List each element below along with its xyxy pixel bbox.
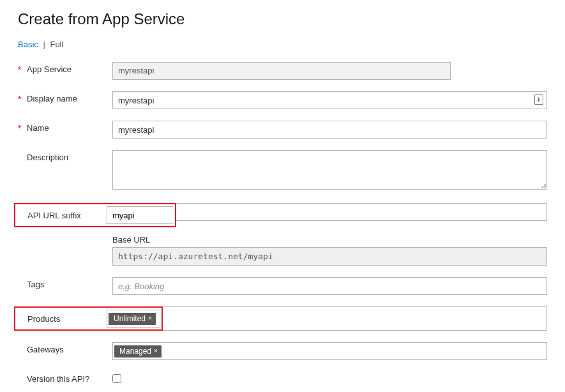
display-name-input[interactable] bbox=[112, 91, 547, 109]
name-label: Name bbox=[27, 123, 49, 133]
tab-full[interactable]: Full bbox=[50, 40, 63, 49]
display-name-label: Display name bbox=[27, 94, 77, 103]
tab-bar: Basic | Full bbox=[18, 40, 547, 49]
products-chip-label: Unlimited bbox=[114, 314, 146, 323]
gateways-chip-label: Managed bbox=[119, 347, 151, 356]
save-icon[interactable]: ⬇ bbox=[534, 94, 543, 105]
page-title: Create from App Service bbox=[18, 10, 547, 28]
gateways-chip[interactable]: Managed × bbox=[114, 345, 162, 358]
products-input-cont[interactable] bbox=[163, 306, 547, 331]
tags-label: Tags bbox=[27, 280, 44, 289]
gateways-label: Gateways bbox=[27, 345, 64, 354]
app-service-label: App Service bbox=[27, 64, 72, 74]
products-highlight: Products Unlimited × bbox=[14, 306, 163, 331]
api-url-suffix-input[interactable] bbox=[107, 206, 173, 224]
version-api-checkbox[interactable] bbox=[112, 374, 121, 383]
tags-input[interactable] bbox=[112, 277, 547, 295]
description-label: Description bbox=[27, 153, 68, 162]
tab-basic[interactable]: Basic bbox=[18, 40, 38, 49]
chip-remove-icon[interactable]: × bbox=[154, 347, 158, 354]
required-marker: * bbox=[18, 94, 27, 104]
app-service-value[interactable]: myrestapi bbox=[112, 62, 451, 80]
chip-remove-icon[interactable]: × bbox=[148, 315, 152, 322]
base-url-value: https://api.azuretest.net/myapi bbox=[112, 247, 547, 266]
api-url-suffix-highlight: API URL suffix bbox=[14, 203, 176, 227]
base-url-label: Base URL bbox=[112, 235, 547, 245]
version-api-label: Version this API? bbox=[27, 374, 89, 384]
description-input[interactable] bbox=[112, 150, 547, 190]
required-marker: * bbox=[18, 64, 27, 75]
products-input[interactable]: Unlimited × bbox=[107, 310, 160, 328]
api-url-suffix-input-cont[interactable] bbox=[176, 203, 547, 221]
required-marker: * bbox=[18, 123, 27, 133]
api-url-suffix-label: API URL suffix bbox=[27, 211, 81, 220]
products-chip[interactable]: Unlimited × bbox=[109, 313, 156, 325]
tab-separator: | bbox=[43, 40, 45, 49]
gateways-input[interactable]: Managed × bbox=[112, 342, 547, 360]
products-label: Products bbox=[27, 314, 60, 324]
name-input[interactable] bbox=[112, 121, 547, 139]
